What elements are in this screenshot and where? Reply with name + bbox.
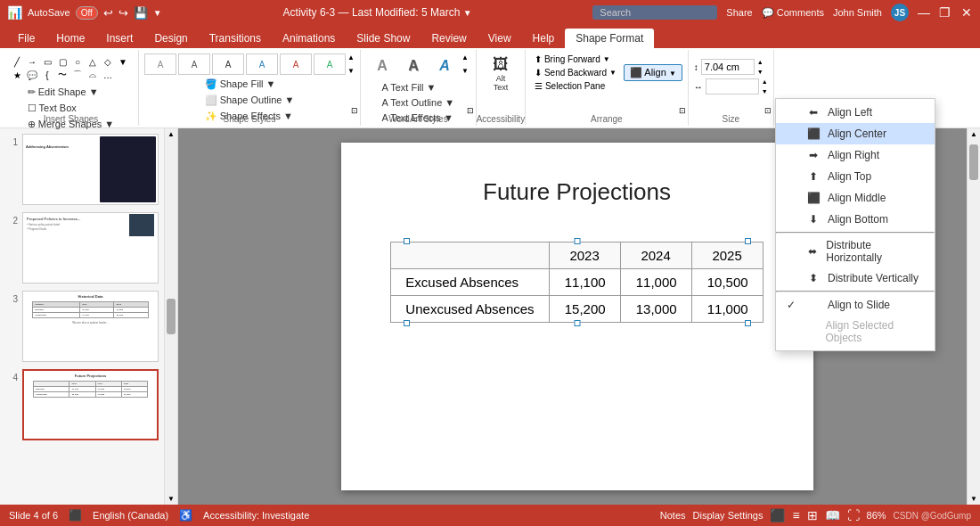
handle-br[interactable] [745,320,751,326]
text-fill-btn[interactable]: A Text Fill ▼ [378,80,460,95]
scroll-right-down-btn[interactable]: ▼ [968,493,979,505]
tab-shape-format[interactable]: Shape Format [565,29,654,48]
table-container[interactable]: 2023 2024 2025 Excused Absences 11,100 1… [341,242,813,323]
align-bottom-item[interactable]: ⬇ Align Bottom [776,209,935,230]
wordart-up-icon[interactable]: ▲ [461,53,469,62]
handle-bc[interactable] [574,320,580,326]
slide-sorter-icon[interactable]: ⊞ [807,508,818,522]
right-scrollbar[interactable]: ▲ ▼ [967,128,980,505]
slide-thumb-3[interactable]: 3 Historical Data Category20212022 Excus… [4,289,160,364]
width-down-btn[interactable]: ▼ [762,88,768,95]
tab-slideshow[interactable]: Slide Show [346,29,421,48]
selection-pane-btn[interactable]: ☰ Selection Pane [531,80,620,92]
callout-icon[interactable]: 💬 [26,69,38,81]
autosave-toggle[interactable]: Off [76,6,98,20]
wordart-expand[interactable]: ⊡ [467,106,474,115]
arrow-icon[interactable]: → [26,55,38,68]
wordart-2[interactable]: A [399,53,428,78]
presenter-view-icon[interactable]: ⛶ [847,508,860,522]
shape-style-2[interactable]: A [178,53,210,75]
share-btn[interactable]: Share [726,7,752,18]
edit-shape-btn[interactable]: ✏ Edit Shape ▼ [23,85,119,100]
shape-style-4[interactable]: A [246,53,278,75]
scroll-up-btn[interactable]: ▲ [166,128,176,140]
tab-transitions[interactable]: Transitions [199,29,272,48]
close-btn[interactable]: ✕ [960,6,973,19]
width-up-btn[interactable]: ▲ [762,78,768,85]
align-left-item[interactable]: ⬅ Align Left [776,102,935,123]
reading-view-icon[interactable]: 📖 [825,508,840,522]
align-center-item[interactable]: ⬛ Align Center [776,123,935,144]
comments-btn[interactable]: 💬 Comments [762,7,824,19]
shape-outline-btn[interactable]: ⬜ Shape Outline ▼ [200,93,299,108]
slide-img-1[interactable]: Addressing Absenteeism [22,134,159,205]
text-outline-btn[interactable]: A Text Outline ▼ [378,95,460,110]
chevron-down-icon[interactable]: ▼ [117,55,129,68]
notes-btn[interactable]: Notes [660,510,686,521]
left-scrollbar[interactable]: ▲ ▼ [165,128,178,505]
align-middle-item[interactable]: ⬛ Align Middle [776,187,935,209]
send-backward-btn[interactable]: ⬇ Send Backward ▼ [531,67,620,78]
circle-icon[interactable]: ○ [71,55,84,68]
wordart-down-icon[interactable]: ▼ [461,67,469,75]
tab-help[interactable]: Help [522,29,566,48]
handle-tc[interactable] [574,238,580,244]
slide-thumb-2[interactable]: 2 Proposed Policies to Increase... • Var… [4,210,160,285]
outline-view-icon[interactable]: ≡ [792,508,799,522]
tab-view[interactable]: View [478,29,522,48]
scroll-thumb[interactable] [167,299,176,334]
slide-img-4[interactable]: Future Projections 202320242025 Excused1… [22,369,159,440]
width-input[interactable] [706,78,759,95]
triangle-icon[interactable]: △ [86,55,99,68]
styles-up-icon[interactable]: ▲ [347,53,355,62]
handle-bl[interactable] [404,320,410,326]
tab-home[interactable]: Home [45,29,95,48]
tab-animations[interactable]: Animations [272,29,346,48]
undo-icon[interactable]: ↩ [103,6,113,20]
star-icon[interactable]: ★ [11,69,23,81]
slide-img-2[interactable]: Proposed Policies to Increase... • Vario… [22,212,159,284]
scroll-right-up-btn[interactable]: ▲ [968,128,979,140]
dropdown-icon[interactable]: ▼ [153,8,162,18]
shape-fill-btn[interactable]: 🪣 Shape Fill ▼ [200,77,299,92]
arrange-expand[interactable]: ⊡ [679,106,686,115]
brace-icon[interactable]: { [41,69,53,81]
height-down-btn[interactable]: ▼ [757,69,764,75]
align-top-item[interactable]: ⬆ Align Top [776,166,935,187]
align-to-slide-item[interactable]: ✓ Align to Slide [776,294,935,316]
slide-info-icon[interactable]: ⬛ [69,509,82,522]
alt-text-btn[interactable]: 🖼 Alt Text [487,53,514,94]
slide-panel[interactable]: 1 Addressing Absenteeism 2 Proposed Poli… [0,128,165,505]
shape-styles-expand[interactable]: ⊡ [351,106,358,115]
shape-style-6[interactable]: A [314,53,346,75]
styles-down-icon[interactable]: ▼ [347,67,355,75]
restore-btn[interactable]: ❐ [939,6,951,19]
line-icon[interactable]: ╱ [11,55,23,68]
distribute-h-item[interactable]: ⬌ Distribute Horizontally [776,235,935,267]
align-btn[interactable]: ⬛ Align ▼ [624,64,682,81]
data-table[interactable]: 2023 2024 2025 Excused Absences 11,100 1… [390,242,763,323]
arc-icon[interactable]: ⌓ [86,69,99,81]
modified-arrow[interactable]: ▼ [463,8,472,18]
height-up-btn[interactable]: ▲ [757,59,764,65]
handle-tr[interactable] [745,238,751,244]
shape-style-1[interactable]: A [144,53,176,75]
tab-file[interactable]: File [7,29,45,48]
minimize-btn[interactable]: — [918,6,930,19]
slide-img-3[interactable]: Historical Data Category20212022 Excused… [22,291,159,362]
scroll-down-btn[interactable]: ▼ [166,493,176,505]
slide-thumb-1[interactable]: 1 Addressing Absenteeism [4,132,160,207]
tab-insert[interactable]: Insert [95,29,143,48]
distribute-v-item[interactable]: ⬍ Distribute Vertically [776,267,935,289]
rect-icon[interactable]: ▭ [41,55,53,68]
height-input[interactable] [701,59,755,75]
freeform-icon[interactable]: 〜 [56,69,69,81]
normal-view-icon[interactable]: ⬛ [770,508,785,522]
search-box[interactable]: Search [592,5,717,20]
display-settings-btn[interactable]: Display Settings [693,510,764,521]
diamond-icon[interactable]: ◇ [102,55,114,68]
handle-tl[interactable] [404,238,410,244]
redo-icon[interactable]: ↪ [118,6,128,20]
tab-design[interactable]: Design [143,29,198,48]
user-avatar[interactable]: JS [891,4,909,21]
